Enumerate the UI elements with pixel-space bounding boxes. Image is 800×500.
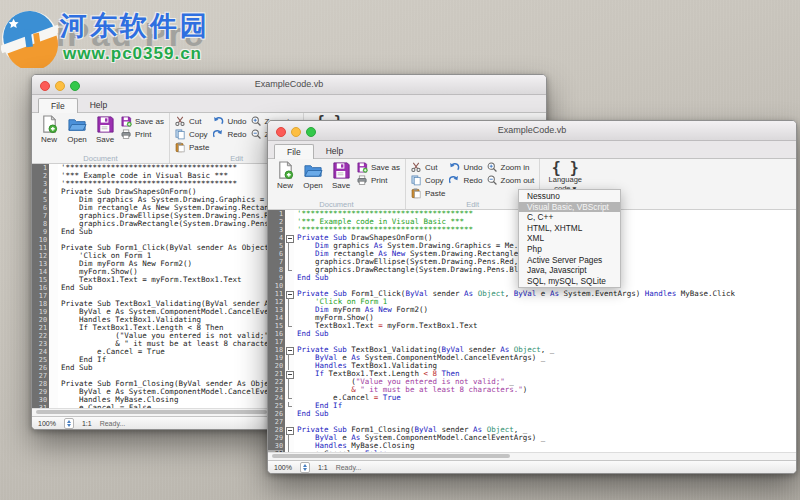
editor-window-front: ExampleCode.vb File Help New Open Save: [267, 120, 797, 474]
save-as-icon: [357, 162, 368, 173]
language-menu-item[interactable]: Java, Javascript: [519, 265, 620, 276]
minimize-button[interactable]: [55, 81, 65, 91]
language-menu-item[interactable]: Active Server Pages: [519, 255, 620, 266]
group-label-document: Document: [35, 154, 166, 163]
open-folder-icon: [304, 161, 323, 180]
print-button[interactable]: Print: [357, 174, 400, 187]
zoom-stepper[interactable]: [64, 418, 74, 429]
save-as-button[interactable]: Save as: [121, 115, 164, 128]
cut-button[interactable]: Cut: [411, 161, 445, 174]
cursor-position: 1:1: [318, 464, 328, 471]
zoom-level: 100%: [38, 420, 56, 427]
language-menu-item[interactable]: XML: [519, 233, 620, 244]
language-menu-item[interactable]: HTML, XHTML: [519, 223, 620, 234]
site-url: www.pc0359.cn: [63, 44, 202, 64]
zoom-button[interactable]: [306, 127, 316, 137]
watermark: iPad Pro 河东软件园 www.pc0359.cn: [0, 0, 300, 72]
redo-arrow-icon: [213, 129, 224, 140]
printer-icon: [357, 175, 368, 186]
horizontal-scrollbar[interactable]: [268, 452, 796, 460]
line-numbers: 1234567891011121314151617181920212223242…: [32, 164, 49, 408]
scissors-icon: [175, 116, 186, 127]
scrollbar-thumb[interactable]: [272, 454, 510, 458]
tab-help[interactable]: Help: [314, 144, 355, 158]
zoom-level: 100%: [274, 464, 292, 471]
close-button[interactable]: [276, 127, 286, 137]
status-text: Ready...: [336, 464, 362, 471]
tab-file[interactable]: File: [38, 98, 78, 113]
new-document-icon: [40, 115, 59, 134]
zoom-button[interactable]: [70, 81, 80, 91]
language-menu-item[interactable]: SQL, mySQL, SQLite: [519, 276, 620, 287]
copy-button[interactable]: Copy: [411, 174, 445, 187]
save-floppy-icon: [332, 161, 351, 180]
language-menu: NessunoVisual Basic, VBScriptC, C++HTML,…: [518, 189, 621, 288]
titlebar[interactable]: ExampleCode.vb: [32, 75, 546, 95]
status-text: Ready...: [100, 420, 126, 427]
clipboard-icon: [411, 188, 422, 199]
tab-file[interactable]: File: [274, 144, 314, 159]
site-logo-icon: [1, 10, 59, 68]
print-button[interactable]: Print: [121, 128, 164, 141]
titlebar[interactable]: ExampleCode.vb: [268, 121, 796, 141]
copy-button[interactable]: Copy: [175, 128, 209, 141]
language-menu-item[interactable]: Visual Basic, VBScript: [519, 202, 620, 213]
scissors-icon: [411, 162, 422, 173]
line-numbers: 1234567891011121314151617181920212223242…: [268, 210, 285, 452]
minimize-button[interactable]: [291, 127, 301, 137]
tab-help[interactable]: Help: [78, 98, 119, 112]
new-button[interactable]: New: [36, 115, 62, 144]
magnifier-minus-icon: [487, 175, 498, 186]
window-title: ExampleCode.vb: [268, 121, 796, 140]
cut-button[interactable]: Cut: [175, 115, 209, 128]
magnifier-minus-icon: [251, 129, 262, 140]
save-as-icon: [121, 116, 132, 127]
new-document-icon: [276, 161, 295, 180]
redo-button[interactable]: Redo: [449, 174, 482, 187]
window-title: ExampleCode.vb: [32, 75, 546, 94]
save-floppy-icon: [96, 115, 115, 134]
language-menu-item[interactable]: C, C++: [519, 212, 620, 223]
redo-button[interactable]: Redo: [213, 128, 246, 141]
paste-button[interactable]: Paste: [175, 141, 209, 154]
magnifier-plus-icon: [251, 116, 262, 127]
site-name-cn: 河东软件园: [60, 8, 210, 44]
undo-button[interactable]: Undo: [213, 115, 246, 128]
undo-arrow-icon: [449, 162, 460, 173]
zoom-in-button[interactable]: Zoom in: [487, 161, 535, 174]
undo-arrow-icon: [213, 116, 224, 127]
menu-tabs: File Help: [32, 95, 546, 113]
status-bar: 100% 1:1 Ready...: [268, 460, 796, 473]
menu-tabs: File Help: [268, 141, 796, 159]
fold-column: [49, 164, 58, 408]
save-button[interactable]: Save: [328, 161, 354, 190]
language-menu-item[interactable]: Php: [519, 244, 620, 255]
printer-icon: [121, 129, 132, 140]
open-folder-icon: [68, 115, 87, 134]
braces-icon: { }: [552, 161, 579, 176]
clipboard-icon: [175, 142, 186, 153]
cursor-position: 1:1: [82, 420, 92, 427]
scrollbar-thumb[interactable]: [36, 410, 267, 414]
copy-icon: [175, 129, 186, 140]
save-as-button[interactable]: Save as: [357, 161, 400, 174]
open-button[interactable]: Open: [300, 161, 326, 190]
undo-button[interactable]: Undo: [449, 161, 482, 174]
paste-button[interactable]: Paste: [411, 187, 445, 200]
redo-arrow-icon: [449, 175, 460, 186]
language-menu-item[interactable]: Nessuno: [519, 191, 620, 202]
group-label-document: Document: [271, 200, 402, 209]
zoom-out-button[interactable]: Zoom out: [487, 174, 535, 187]
close-button[interactable]: [40, 81, 50, 91]
zoom-stepper[interactable]: [300, 462, 310, 473]
open-button[interactable]: Open: [64, 115, 90, 144]
copy-icon: [411, 175, 422, 186]
fold-column[interactable]: [285, 210, 294, 452]
new-button[interactable]: New: [272, 161, 298, 190]
magnifier-plus-icon: [487, 162, 498, 173]
save-button[interactable]: Save: [92, 115, 118, 144]
